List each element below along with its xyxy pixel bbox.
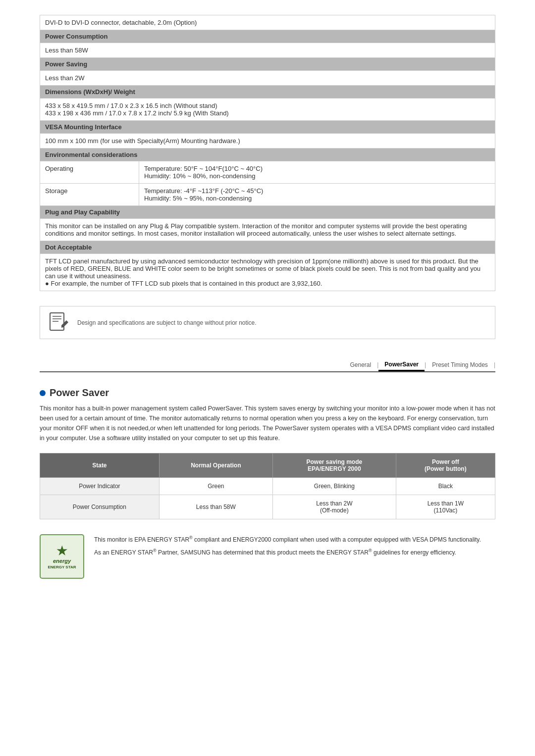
power-saving-value: Less than 2W <box>40 71 495 86</box>
dot-acceptable-label: Dot Acceptable <box>40 241 495 254</box>
plug-play-header: Plug and Play Capability <box>40 206 495 219</box>
power-consumption-state-row: Power Consumption Less than 58W Less tha… <box>40 495 495 519</box>
energy-star-p1: This monitor is EPA ENERGY STAR® complia… <box>94 534 481 545</box>
storage-label: Storage <box>40 184 139 206</box>
nav-tabs: General | PowerSaver | Preset Timing Mod… <box>40 359 495 372</box>
plug-play-label: Plug and Play Capability <box>40 206 495 219</box>
power-consumption-normal: Less than 58W <box>159 495 272 519</box>
storage-row: Storage Temperature: -4°F ~113°F (-20°C … <box>40 184 495 206</box>
vesa-label: VESA Mounting Interface <box>40 121 495 134</box>
power-consumption-value: Less than 58W <box>40 43 495 58</box>
state-table-header-row: State Normal Operation Power saving mode… <box>40 454 495 478</box>
specs-table: DVI-D to DVI-D connector, detachable, 2.… <box>40 15 495 291</box>
connector-row: DVI-D to DVI-D connector, detachable, 2.… <box>40 15 495 30</box>
notice-box: Design and specifications are subject to… <box>40 306 495 339</box>
power-saving-row: Less than 2W <box>40 71 495 86</box>
power-saver-heading: Power Saver <box>50 387 109 399</box>
tab-preset-timing[interactable]: Preset Timing Modes <box>426 359 494 370</box>
power-state-table: State Normal Operation Power saving mode… <box>40 453 495 519</box>
power-consumption-saving: Less than 2W(Off-mode) <box>272 495 396 519</box>
power-consumption-row: Less than 58W <box>40 43 495 58</box>
power-saver-description: This monitor has a built-in power manage… <box>40 403 495 443</box>
power-consumption-off: Less than 1W(110Vac) <box>396 495 495 519</box>
connector-value: DVI-D to DVI-D connector, detachable, 2.… <box>40 15 495 30</box>
dimensions-row: 433 x 58 x 419.5 mm / 17.0 x 2.3 x 16.5 … <box>40 99 495 121</box>
operating-value: Temperature: 50°F ~ 104°F(10°C ~ 40°C)Hu… <box>139 161 495 184</box>
energy-star-p2: As an ENERGY STAR® Partner, SAMSUNG has … <box>94 547 481 557</box>
energy-star-text: This monitor is EPA ENERGY STAR® complia… <box>94 534 481 558</box>
storage-value: Temperature: -4°F ~113°F (-20°C ~ 45°C)H… <box>139 184 495 206</box>
power-consumption-header: Power Consumption <box>40 30 495 43</box>
col-power-saving: Power saving modeEPA/ENERGY 2000 <box>272 454 396 478</box>
operating-row: Operating Temperature: 50°F ~ 104°F(10°C… <box>40 161 495 184</box>
dot-acceptable-value: TFT LCD panel manufactured by using adva… <box>40 254 495 291</box>
energy-star-label: ENERGY STAR <box>48 565 76 569</box>
energy-word: energy <box>53 558 71 564</box>
vesa-value: 100 mm x 100 mm (for use with Specialty(… <box>40 134 495 149</box>
vesa-row: 100 mm x 100 mm (for use with Specialty(… <box>40 134 495 149</box>
plug-play-value: This monitor can be installed on any Plu… <box>40 219 495 241</box>
power-consumption-state-label: Power Consumption <box>40 495 160 519</box>
dimensions-label: Dimensions (WxDxH)/ Weight <box>40 86 495 99</box>
nav-divider-3: | <box>494 361 495 368</box>
blue-dot-icon <box>40 390 46 396</box>
col-state: State <box>40 454 160 478</box>
power-saver-title-row: Power Saver <box>40 387 495 399</box>
col-power-off: Power off(Power button) <box>396 454 495 478</box>
power-indicator-normal: Green <box>159 478 272 495</box>
dot-acceptable-header: Dot Acceptable <box>40 241 495 254</box>
energy-star-icon: ★ <box>56 544 67 558</box>
plug-play-row: This monitor can be installed on any Plu… <box>40 219 495 241</box>
operating-label: Operating <box>40 161 139 184</box>
notice-icon <box>48 311 70 334</box>
environmental-header: Environmental considerations <box>40 149 495 161</box>
svg-marker-4 <box>61 320 68 328</box>
power-saving-header: Power Saving <box>40 58 495 71</box>
energy-star-logo: ★ energy ENERGY STAR <box>40 534 84 579</box>
notice-text: Design and specifications are subject to… <box>77 319 257 326</box>
power-saving-label: Power Saving <box>40 58 495 71</box>
power-consumption-label: Power Consumption <box>40 30 495 43</box>
tab-powersaver[interactable]: PowerSaver <box>378 359 425 371</box>
dimensions-header: Dimensions (WxDxH)/ Weight <box>40 86 495 99</box>
power-indicator-saving: Green, Blinking <box>272 478 396 495</box>
power-indicator-label: Power Indicator <box>40 478 160 495</box>
power-indicator-off: Black <box>396 478 495 495</box>
environmental-label: Environmental considerations <box>40 149 495 161</box>
dot-acceptable-row: TFT LCD panel manufactured by using adva… <box>40 254 495 291</box>
col-normal-op: Normal Operation <box>159 454 272 478</box>
energy-star-section: ★ energy ENERGY STAR This monitor is EPA… <box>40 534 495 579</box>
vesa-header: VESA Mounting Interface <box>40 121 495 134</box>
dimensions-value: 433 x 58 x 419.5 mm / 17.0 x 2.3 x 16.5 … <box>40 99 495 121</box>
tab-general[interactable]: General <box>344 359 377 370</box>
power-indicator-row: Power Indicator Green Green, Blinking Bl… <box>40 478 495 495</box>
